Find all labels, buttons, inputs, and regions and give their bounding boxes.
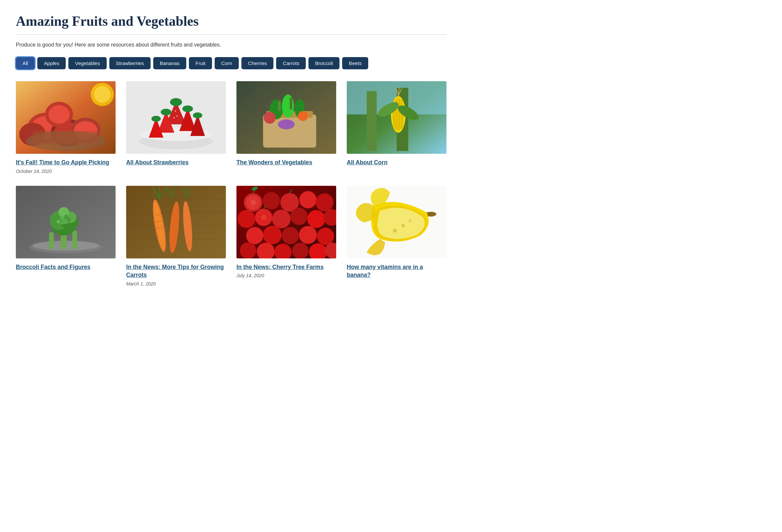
card-image bbox=[126, 81, 226, 154]
svg-point-21 bbox=[161, 109, 171, 115]
filter-btn-bananas[interactable]: Bananas bbox=[153, 57, 186, 69]
svg-point-112 bbox=[299, 226, 317, 243]
svg-point-97 bbox=[250, 200, 256, 205]
filter-btn-carrots[interactable]: Carrots bbox=[276, 57, 306, 69]
card-image bbox=[347, 186, 447, 258]
svg-point-114 bbox=[240, 242, 256, 258]
card-title[interactable]: The Wonders of Vegetables bbox=[237, 158, 336, 167]
card-image bbox=[16, 81, 115, 154]
filter-btn-apples[interactable]: Apples bbox=[37, 57, 66, 69]
filter-btn-all[interactable]: All bbox=[16, 57, 35, 69]
svg-point-100 bbox=[299, 191, 316, 208]
filter-btn-broccoli[interactable]: Broccoli bbox=[309, 57, 340, 69]
card-image bbox=[16, 186, 115, 258]
card-grid: It's Fall! Time to Go Apple PickingOctob… bbox=[16, 81, 447, 287]
card-date: March 1, 2020 bbox=[126, 281, 226, 287]
svg-point-107 bbox=[307, 210, 325, 228]
card-item: How many vitamins are in a banana? bbox=[347, 186, 447, 287]
card-item: All About Strawberries bbox=[126, 81, 226, 174]
card-item: All About Corn bbox=[347, 81, 447, 174]
svg-rect-41 bbox=[290, 98, 292, 109]
title-divider bbox=[16, 34, 447, 35]
svg-point-110 bbox=[263, 225, 282, 244]
card-title[interactable]: In the News: Cherry Tree Farms bbox=[237, 263, 336, 271]
card-image bbox=[347, 81, 447, 154]
card-image bbox=[126, 186, 226, 258]
svg-point-19 bbox=[170, 98, 182, 106]
filter-btn-beets[interactable]: Beets bbox=[342, 57, 368, 69]
card-item: Broccoli Facts and Figures bbox=[16, 186, 115, 287]
svg-point-126 bbox=[401, 224, 405, 227]
page-description: Produce is good for you! Here are some r… bbox=[16, 42, 447, 48]
card-item: It's Fall! Time to Go Apple PickingOctob… bbox=[16, 81, 115, 174]
svg-point-102 bbox=[238, 210, 255, 228]
card-title[interactable]: How many vitamins are in a banana? bbox=[347, 263, 447, 279]
filter-btn-corn[interactable]: Corn bbox=[215, 57, 239, 69]
card-date: July 14, 2020 bbox=[237, 273, 336, 278]
card-title[interactable]: All About Corn bbox=[347, 158, 447, 167]
card-title[interactable]: Broccoli Facts and Figures bbox=[16, 263, 115, 271]
svg-rect-61 bbox=[49, 232, 54, 249]
card-date: October 14, 2020 bbox=[16, 168, 115, 174]
filter-btn-cherries[interactable]: Cherries bbox=[241, 57, 274, 69]
card-item: In the News: Cherry Tree FarmsJuly 14, 2… bbox=[237, 186, 336, 287]
svg-point-70 bbox=[60, 216, 64, 220]
filter-btn-strawberries[interactable]: Strawberries bbox=[109, 57, 151, 69]
svg-point-23 bbox=[182, 105, 193, 112]
card-item: In the News: More Tips for Growing Carro… bbox=[126, 186, 226, 287]
card-title[interactable]: In the News: More Tips for Growing Carro… bbox=[126, 263, 226, 279]
svg-point-73 bbox=[67, 218, 71, 222]
svg-point-37 bbox=[264, 112, 276, 124]
svg-point-27 bbox=[193, 113, 202, 118]
svg-point-101 bbox=[316, 193, 333, 211]
card-title[interactable]: All About Strawberries bbox=[126, 158, 226, 167]
svg-point-113 bbox=[317, 227, 334, 244]
filter-btn-fruit[interactable]: Fruit bbox=[189, 57, 212, 69]
card-image bbox=[237, 186, 336, 258]
svg-point-111 bbox=[282, 227, 299, 244]
svg-rect-62 bbox=[72, 231, 77, 249]
svg-rect-11 bbox=[32, 131, 99, 144]
page-title: Amazing Fruits and Vegetables bbox=[16, 13, 447, 29]
card-title[interactable]: It's Fall! Time to Go Apple Picking bbox=[16, 158, 115, 167]
svg-point-39 bbox=[278, 119, 294, 129]
card-item: The Wonders of Vegetables bbox=[237, 81, 336, 174]
svg-point-29 bbox=[176, 115, 178, 117]
svg-point-13 bbox=[94, 86, 111, 103]
svg-point-127 bbox=[408, 219, 411, 222]
svg-point-9 bbox=[48, 105, 70, 123]
svg-point-106 bbox=[290, 207, 308, 225]
svg-rect-40 bbox=[278, 101, 281, 111]
svg-point-72 bbox=[57, 220, 60, 223]
svg-point-104 bbox=[261, 215, 266, 220]
svg-rect-50 bbox=[399, 99, 400, 129]
svg-point-105 bbox=[272, 210, 291, 228]
filter-btn-vegetables[interactable]: Vegetables bbox=[68, 57, 106, 69]
svg-point-109 bbox=[246, 227, 263, 244]
svg-point-30 bbox=[173, 117, 175, 118]
svg-point-28 bbox=[175, 111, 176, 112]
svg-rect-44 bbox=[366, 91, 377, 151]
filter-bar: AllApplesVegetablesStrawberriesBananasFr… bbox=[16, 57, 447, 69]
svg-point-25 bbox=[151, 116, 161, 122]
svg-point-128 bbox=[393, 228, 397, 232]
svg-point-38 bbox=[298, 111, 308, 121]
card-image bbox=[237, 81, 336, 154]
